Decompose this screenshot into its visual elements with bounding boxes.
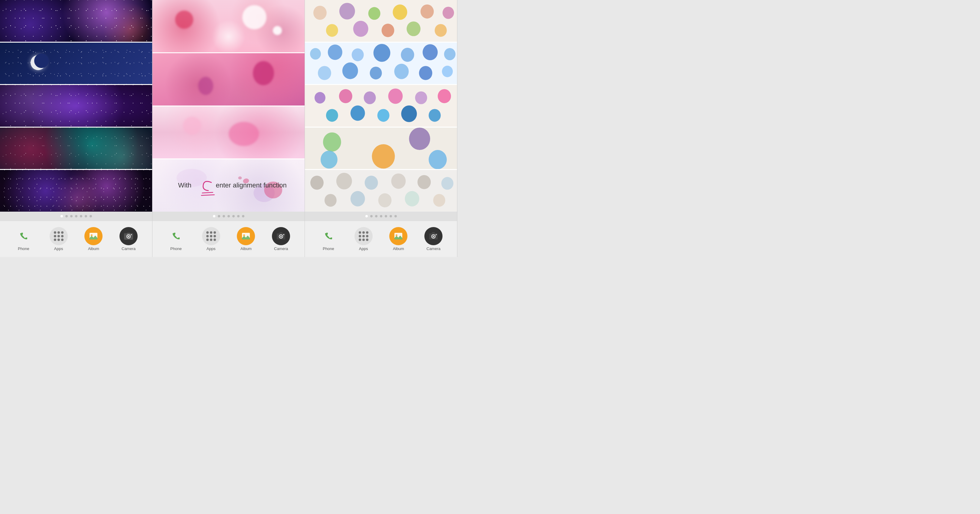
apps-label: Apps [359,246,368,251]
svg-point-50 [438,89,451,103]
svg-point-69 [379,194,392,208]
phone-icon [171,231,181,241]
page-dot[interactable] [228,215,230,217]
svg-point-51 [326,109,338,122]
wallpaper-dots-1[interactable] [305,0,457,43]
page-dot[interactable] [85,215,87,217]
svg-point-68 [350,191,365,206]
svg-point-47 [364,91,376,104]
wallpaper-galaxy-2[interactable] [0,43,152,85]
apps-icon [54,231,64,241]
svg-point-22 [339,3,355,20]
middle-wallpaper-grid: With enter alignment function [153,0,305,212]
right-dock: Phone Apps Album [305,221,457,257]
dock-camera[interactable]: Camera [272,227,290,251]
page-dot[interactable] [380,215,382,217]
page-dot[interactable] [89,215,92,217]
right-panel: Phone Apps Album [305,0,457,257]
middle-dock: Phone Apps Album [153,221,305,257]
svg-point-34 [352,48,364,61]
svg-point-32 [310,48,321,60]
wallpaper-galaxy-3[interactable] [0,85,152,128]
dock-phone[interactable]: Phone [167,227,185,251]
phone-label: Phone [18,246,29,251]
svg-point-43 [419,66,432,80]
dock-apps[interactable]: Apps [355,227,373,251]
wallpaper-pink-1[interactable] [153,0,305,53]
page-dot[interactable] [75,215,78,217]
wallpaper-dots-5[interactable] [305,170,457,212]
album-icon-container [389,227,407,245]
right-wallpaper-grid [305,0,457,212]
album-icon-container [84,227,103,245]
svg-point-42 [394,63,409,79]
middle-panel: With enter alignment function Phone [153,0,305,257]
dock-camera[interactable]: Camera [119,227,138,251]
svg-point-26 [442,6,454,19]
page-dot[interactable] [232,215,235,217]
page-dot[interactable] [237,215,240,217]
wallpaper-pink-2[interactable] [153,53,305,106]
wallpaper-dots-2[interactable] [305,43,457,85]
page-dot[interactable] [223,215,225,217]
apps-label: Apps [54,246,63,251]
dock-apps[interactable]: Apps [202,227,220,251]
svg-point-63 [365,176,378,190]
svg-point-30 [407,21,420,36]
dock-album[interactable]: Album [84,227,103,251]
page-dot[interactable] [242,215,244,217]
svg-point-60 [429,150,447,169]
page-dot[interactable] [375,215,377,217]
svg-point-27 [326,24,338,36]
page-dot[interactable] [218,215,220,217]
album-icon [393,231,403,241]
svg-point-28 [353,21,368,37]
svg-point-39 [318,66,331,80]
wallpaper-dots-3[interactable] [305,85,457,128]
camera-icon [275,231,286,241]
dock-album[interactable]: Album [389,227,407,251]
page-dot[interactable] [213,215,215,217]
svg-point-33 [328,44,342,60]
page-dot[interactable] [395,215,397,217]
svg-text:enter alignment function: enter alignment function [216,182,287,189]
apps-icon-container [355,227,373,245]
dock-phone[interactable]: Phone [14,227,33,251]
wallpaper-galaxy-5[interactable] [0,170,152,212]
page-dot[interactable] [390,215,392,217]
page-dot[interactable] [65,215,68,217]
phone-icon [19,231,29,241]
wallpaper-annotation[interactable]: With enter alignment function [153,159,305,212]
page-dot[interactable] [365,215,368,217]
camera-icon-container [272,227,290,245]
page-dot[interactable] [80,215,82,217]
camera-label: Camera [274,246,288,251]
dock-apps[interactable]: Apps [49,227,68,251]
svg-point-46 [339,89,352,103]
wallpaper-galaxy-1[interactable] [0,0,152,43]
camera-label: Camera [426,246,441,251]
dock-album[interactable]: Album [237,227,255,251]
svg-point-44 [442,66,453,77]
album-icon [241,231,251,241]
wallpaper-dots-4[interactable] [305,128,457,170]
svg-point-65 [417,175,431,189]
apps-icon [359,231,368,241]
svg-point-45 [315,92,325,103]
page-dot[interactable] [60,215,63,217]
left-pagination [0,212,152,221]
middle-pagination [153,212,305,221]
dock-phone[interactable]: Phone [320,227,337,251]
svg-point-37 [423,44,438,60]
page-dot[interactable] [385,215,387,217]
svg-point-66 [441,177,453,190]
svg-point-59 [372,144,395,168]
page-dot[interactable] [70,215,73,217]
svg-point-21 [313,6,327,20]
svg-point-76 [433,236,434,237]
wallpaper-galaxy-4[interactable] [0,128,152,170]
wallpaper-pink-3[interactable] [153,106,305,160]
page-dot[interactable] [370,215,373,217]
dots-svg-4 [305,128,457,169]
dock-camera[interactable]: Camera [424,227,442,251]
